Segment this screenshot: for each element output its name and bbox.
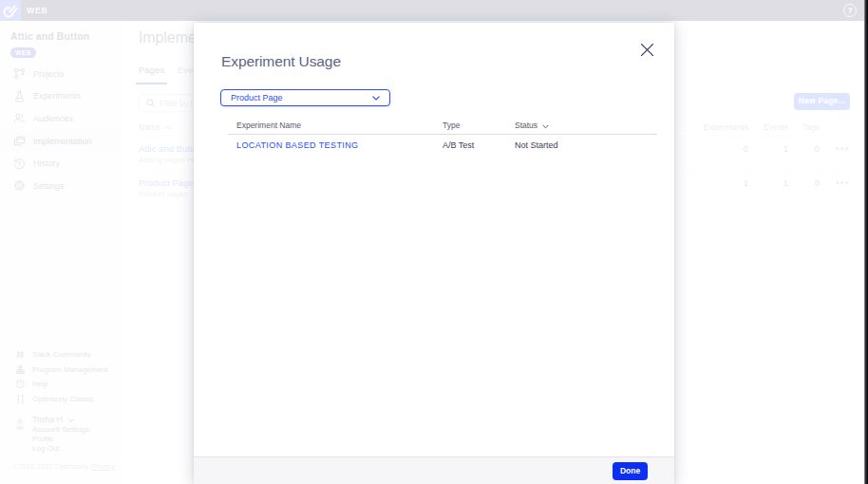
column-type: Type: [443, 121, 515, 130]
experiment-row: LOCATION BASED TESTING A/B Test Not Star…: [228, 135, 657, 160]
screen-edge-strip: [864, 0, 868, 484]
experiments-table: Experiment Name Type Status LOCATION BAS…: [228, 117, 657, 160]
close-icon[interactable]: [639, 42, 655, 58]
done-button[interactable]: Done: [613, 462, 648, 480]
page-selector-value: Product Page: [231, 93, 283, 102]
experiment-type: A/B Test: [443, 140, 515, 150]
experiment-status: Not Started: [515, 140, 657, 150]
column-status[interactable]: Status: [515, 121, 538, 130]
modal-title: Experiment Usage: [221, 53, 341, 70]
chevron-down-icon: [372, 96, 380, 101]
modal-footer: Done: [194, 456, 674, 484]
experiment-link[interactable]: LOCATION BASED TESTING: [236, 140, 359, 150]
experiment-usage-modal: Experiment Usage Product Page Experiment…: [194, 23, 674, 484]
column-experiment-name: Experiment Name: [228, 121, 443, 130]
sort-desc-icon: [542, 124, 549, 129]
page-selector-dropdown[interactable]: Product Page: [220, 89, 390, 106]
screen: WEB ? Attic and Button WEB Projects: [0, 0, 868, 484]
experiments-table-header: Experiment Name Type Status: [228, 117, 657, 135]
